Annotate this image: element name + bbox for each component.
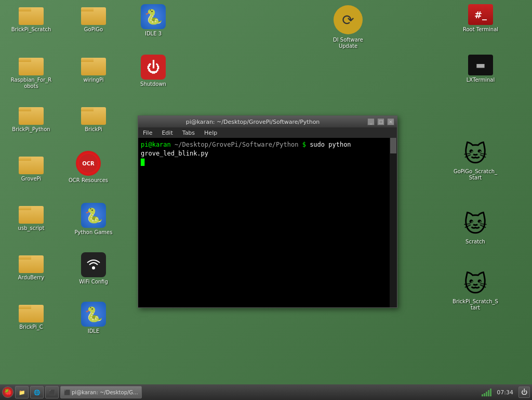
folder-icon <box>19 4 44 25</box>
icon-label: GrovePi <box>21 176 41 182</box>
taskbar-right: 07:34 ⏻ <box>482 386 530 398</box>
terminal-scrollbar-thumb <box>390 138 396 153</box>
desktop-icon-usb-script[interactable]: usb_script <box>10 203 52 231</box>
icon-label: OCR Resources <box>69 177 108 184</box>
icon-label: WiFi Config <box>79 279 108 285</box>
wifi-icon <box>81 252 106 277</box>
icon-label: usb_script <box>18 225 45 231</box>
shutdown-icon: ⏻ <box>141 55 166 80</box>
net-bar-5 <box>490 389 491 396</box>
lxterminal-icon: ▬ <box>468 55 493 75</box>
icon-label: Raspbian_For_Robots <box>10 77 52 89</box>
terminal-taskbar-icon: ⬛ <box>49 390 55 395</box>
icon-label: DI Software Update <box>327 37 369 49</box>
desktop-icon-brickpi-scratch-start[interactable]: 🐱 BrickPi_Scratch_Start <box>452 270 499 311</box>
icon-label: Root Terminal <box>463 27 498 33</box>
taskbar: 🍓 📁 🌐 ⬛ ⬛ pi@karan: ~/Desktop/G... 07:34… <box>0 384 532 400</box>
terminal-menu-tabs[interactable]: Tabs <box>180 130 197 136</box>
desktop-icon-shutdown[interactable]: ⏻ Shutdown <box>132 55 174 87</box>
python-icon: 🐍 <box>141 4 166 29</box>
desktop-icon-brickpi-scratch[interactable]: BrickPi_Scratch <box>10 4 52 33</box>
icon-label: BrickPi_C <box>19 324 43 330</box>
icon-label: BrickPi_Python <box>12 126 50 133</box>
desktop-icon-idle3[interactable]: 🐍 IDLE 3 <box>132 4 174 37</box>
icon-label: GoPiGo_Scratch_Start <box>452 169 499 181</box>
terminal-body[interactable]: pi@karan ~/Desktop/GrovePi/Software/Pyth… <box>138 138 397 307</box>
taskbar-shutdown-btn[interactable]: ⏻ <box>518 386 530 398</box>
terminal-output: pi@karan ~/Desktop/GrovePi/Software/Pyth… <box>141 140 394 166</box>
icon-label: LXTerminal <box>467 77 495 83</box>
terminal-prompt: pi@karan <box>141 141 171 148</box>
terminal-menu-help[interactable]: Help <box>202 130 219 136</box>
folder-icon <box>81 55 106 75</box>
terminal-titlebar: pi@karan: ~/Desktop/GrovePi/Software/Pyt… <box>138 116 397 127</box>
icon-label: wiringPi <box>83 77 103 83</box>
icon-label: Shutdown <box>140 81 166 87</box>
taskbar-active-terminal[interactable]: ⬛ pi@karan: ~/Desktop/G... <box>60 386 142 398</box>
desktop-icon-raspbian[interactable]: Raspbian_For_Robots <box>10 55 52 89</box>
desktop-icon-brickpi[interactable]: BrickPi <box>73 104 114 133</box>
icon-label: GoPiGo <box>84 27 103 33</box>
icon-label: Python Games <box>75 229 113 236</box>
icon-label: Scratch <box>466 239 485 245</box>
icon-label: IDLE 3 <box>145 31 162 37</box>
terminal-menu-file[interactable]: File <box>141 130 154 136</box>
desktop-icon-python-games[interactable]: 🐍 Python Games <box>73 203 114 236</box>
active-terminal-label: pi@karan: ~/Desktop/G... <box>72 390 138 395</box>
folder-icon <box>81 104 106 125</box>
scratch-cat-icon: 🐱 <box>463 140 487 167</box>
icon-label: BrickPi_Scratch <box>11 27 51 33</box>
terminal-dollar: $ <box>298 141 310 148</box>
di-icon: ⟳ <box>332 4 364 35</box>
terminal-path-separator: ~/Desktop/GrovePi/Software/Python <box>171 141 299 148</box>
desktop-icon-ocr-resources[interactable]: OCR OCR Resources <box>68 151 109 184</box>
active-terminal-icon: ⬛ <box>64 390 70 395</box>
browser-icon: 🌐 <box>34 390 40 395</box>
terminal-minimize-btn[interactable]: _ <box>367 118 375 125</box>
desktop-icon-lxterminal[interactable]: ▬ LXTerminal <box>460 55 501 83</box>
folder-icon <box>19 55 44 75</box>
folder-icon <box>19 252 44 273</box>
python-games-icon: 🐍 <box>81 203 106 228</box>
desktop: BrickPi_Scratch GoPiGo 🐍 IDLE 3 ⟳ DI Sof… <box>0 0 532 384</box>
terminal-icon: #_ <box>468 4 493 25</box>
taskbar-filemanager-btn[interactable]: 📁 <box>15 386 29 398</box>
net-bar-3 <box>486 392 487 396</box>
terminal-menubar: File Edit Tabs Help <box>138 127 397 138</box>
terminal-maximize-btn[interactable]: □ <box>377 118 384 125</box>
folder-icon <box>19 104 44 125</box>
idle-icon: 🐍 <box>81 302 106 327</box>
desktop-icon-brickpi-c[interactable]: BrickPi_C <box>10 302 52 330</box>
clock: 07:34 <box>494 389 516 396</box>
desktop-icon-arduberry[interactable]: ArduBerry <box>10 252 52 281</box>
folder-icon <box>19 302 44 322</box>
icon-label: IDLE <box>88 328 100 334</box>
desktop-icon-wifi-config[interactable]: WiFi Config <box>73 252 114 285</box>
icon-label: BrickPi_Scratch_Start <box>452 299 499 311</box>
terminal-menu-edit[interactable]: Edit <box>159 130 175 136</box>
terminal-window: pi@karan: ~/Desktop/GrovePi/Software/Pyt… <box>138 115 397 308</box>
net-bar-2 <box>484 393 485 396</box>
taskbar-browser-btn[interactable]: 🌐 <box>30 386 44 398</box>
folder-icon <box>19 153 44 174</box>
folder-icon <box>19 203 44 224</box>
desktop-icon-gopigo[interactable]: GoPiGo <box>73 4 114 33</box>
terminal-title: pi@karan: ~/Desktop/GrovePi/Software/Pyt… <box>141 119 365 125</box>
desktop-icon-grovepi[interactable]: GrovePi <box>10 153 52 182</box>
desktop-icon-idle[interactable]: 🐍 IDLE <box>73 302 114 334</box>
desktop-icon-wiringpi[interactable]: wiringPi <box>73 55 114 83</box>
desktop-icon-root-terminal[interactable]: #_ Root Terminal <box>460 4 501 33</box>
icon-label: ArduBerry <box>18 275 44 281</box>
terminal-cursor: █ <box>141 159 144 166</box>
taskbar-start-btn[interactable]: 🍓 <box>2 386 14 398</box>
terminal-scrollbar[interactable] <box>390 138 397 307</box>
scratch-icon: 🐱 <box>463 211 487 237</box>
desktop-icon-di-software[interactable]: ⟳ DI Software Update <box>327 4 369 49</box>
desktop-icon-brickpi-python[interactable]: BrickPi_Python <box>10 104 52 133</box>
taskbar-terminal-taskbtn[interactable]: ⬛ <box>45 386 59 398</box>
desktop-icon-scratch[interactable]: 🐱 Scratch <box>452 211 499 245</box>
ocr-icon: OCR <box>76 151 101 176</box>
terminal-close-btn[interactable]: × <box>387 118 394 125</box>
net-bar-1 <box>482 394 483 396</box>
desktop-icon-gopigo-scratch-start[interactable]: 🐱 GoPiGo_Scratch_Start <box>452 140 499 181</box>
